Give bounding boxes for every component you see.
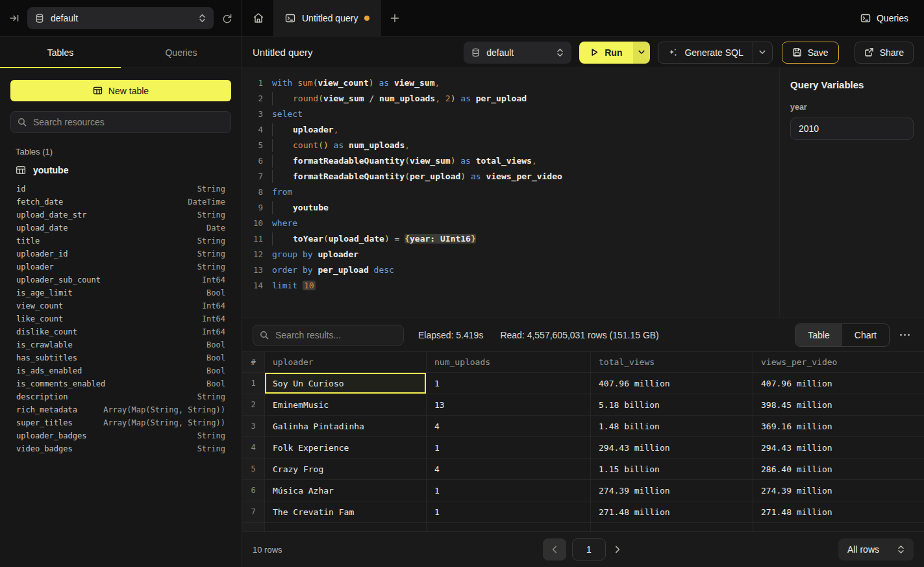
results-search-input[interactable] [274,329,397,341]
table-cell[interactable]: 271.48 million [753,501,924,522]
table-cell[interactable]: 286.40 million [753,459,924,479]
table-cell [753,523,924,531]
editor-line[interactable]: 6formatReadableQuantity(view_sum) as tot… [242,153,779,169]
column-name: dislike_count [16,327,77,336]
table-cell[interactable]: 294.43 million [753,437,924,458]
table-cell[interactable]: 274.39 million [591,480,753,501]
table-header-cell[interactable]: views_per_video [753,352,924,372]
table-cell[interactable]: Folk Experience [265,437,427,458]
editor-line[interactable]: 7formatReadableQuantity(per_upload) as v… [242,169,779,184]
editor-line[interactable]: 14limit 10 [242,278,779,294]
table-cell[interactable]: 1.15 billion [591,459,753,479]
column-type: Bool [206,366,225,375]
database-selector[interactable]: default [27,7,214,29]
main-area: Untitled query Queries Untitled query [242,0,924,567]
results-search[interactable] [253,325,404,346]
toolbar-database-selector[interactable]: default [464,42,571,64]
resources-search[interactable] [10,111,231,133]
more-options-icon[interactable] [900,334,910,336]
column-type: Int64 [202,314,225,323]
table-cell[interactable]: 271.48 million [591,501,753,522]
table-cell[interactable]: 1 [427,437,591,458]
editor-line[interactable]: 13order by per_upload desc [242,262,779,278]
table-cell[interactable]: 1.48 billion [591,416,753,436]
editor-line[interactable]: 10where [242,216,779,231]
new-table-button[interactable]: New table [10,80,231,101]
previous-page-button[interactable] [543,538,566,561]
table-header-cell[interactable]: num_uploads [427,352,591,372]
table-header-cell[interactable]: uploader [265,352,427,372]
view-tab-chart[interactable]: Chart [842,324,889,346]
row-number-cell: 2 [242,394,265,415]
table-cell[interactable]: 407.96 million [591,373,753,394]
table-row: 5Crazy Frog41.15 billion286.40 million [242,459,924,480]
home-icon[interactable] [253,12,264,24]
table-cell[interactable]: 398.45 million [753,394,924,415]
line-code: from [272,184,292,200]
editor-line[interactable]: 12group by uploader [242,247,779,262]
line-code: formatReadableQuantity(per_upload) as vi… [272,169,562,184]
view-tab-table[interactable]: Table [795,324,842,346]
table-cell[interactable]: 1 [427,373,591,394]
editor-line[interactable]: 9youtube [242,200,779,216]
run-options-button[interactable] [633,42,650,64]
table-cell[interactable]: EminemMusic [265,394,427,415]
table-cell[interactable]: 1 [427,480,591,501]
query-tab-title: Untitled query [302,13,358,23]
run-button-label: Run [605,47,622,58]
editor-line[interactable]: 5count() as num_uploads, [242,138,779,153]
row-number-cell: 1 [242,373,265,394]
editor-line[interactable]: 4uploader, [242,122,779,138]
column-type: Bool [206,353,225,362]
table-cell[interactable]: 13 [427,394,591,415]
generate-sql-options-button[interactable] [753,42,772,63]
table-cell[interactable]: The Crevatin Fam [265,501,427,522]
table-cell[interactable]: 4 [427,459,591,479]
refresh-icon[interactable] [221,13,232,24]
generate-sql-button-group: Generate SQL [658,42,772,64]
line-number: 3 [242,107,263,122]
variable-input-year[interactable] [790,118,914,140]
column-name: view_count [16,301,63,310]
generate-sql-button[interactable]: Generate SQL [658,42,752,63]
queries-button[interactable]: Queries [860,13,908,23]
next-page-button[interactable] [612,546,623,553]
table-cell[interactable]: Galinha Pintadinha [265,416,427,436]
run-button[interactable]: Run [579,42,633,64]
query-toolbar: Untitled query default [242,37,924,68]
table-item-youtube[interactable]: youtube [10,162,231,178]
table-cell[interactable]: 274.39 million [753,480,924,501]
line-code: youtube [272,200,329,216]
resources-search-input[interactable] [32,116,224,128]
page-number-input[interactable]: 1 [572,538,606,561]
line-number: 2 [242,91,263,107]
tab-queries[interactable]: Queries [121,37,242,68]
share-button[interactable]: Share [855,42,914,64]
table-cell[interactable]: 294.43 million [591,437,753,458]
table-cell[interactable]: 1 [427,501,591,522]
line-number: 7 [242,169,263,184]
line-number: 14 [242,278,263,294]
editor-line[interactable]: 11toYear(upload_date) = {year: UInt16} [242,231,779,247]
editor-line[interactable]: 2round(view_sum / num_uploads, 2) as per… [242,91,779,107]
collapse-sidebar-icon[interactable] [9,13,19,23]
table-cell[interactable]: Crazy Frog [265,459,427,479]
query-tab[interactable]: Untitled query [273,0,381,37]
save-button[interactable]: Save [782,42,839,64]
table-cell[interactable]: 407.96 million [753,373,924,394]
editor-line[interactable]: 1with sum(view_count) as view_sum, [242,75,779,91]
table-header-cell[interactable]: # [242,352,265,372]
page-size-selector[interactable]: All rows [838,538,914,561]
sql-editor[interactable]: 1with sum(view_count) as view_sum,2round… [242,68,779,318]
table-cell[interactable]: 5.18 billion [591,394,753,415]
editor-line[interactable]: 3select [242,107,779,122]
editor-line[interactable]: 8from [242,184,779,200]
new-tab-icon[interactable] [390,14,399,23]
table-cell[interactable]: 4 [427,416,591,436]
tab-tables[interactable]: Tables [0,37,121,68]
column-name: video_badges [16,444,73,453]
table-cell[interactable]: Música Azhar [265,480,427,501]
table-cell[interactable]: 369.16 million [753,416,924,436]
table-header-cell[interactable]: total_views [591,352,753,372]
table-cell[interactable]: Soy Un Curioso [265,373,427,394]
